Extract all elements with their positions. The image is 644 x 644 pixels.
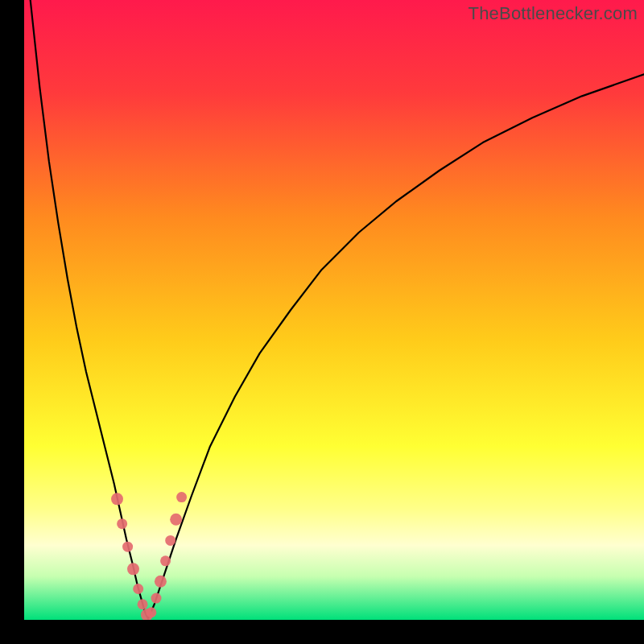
marker-point <box>117 518 127 529</box>
marker-point <box>155 576 167 588</box>
marker-point <box>151 593 162 604</box>
marker-point <box>138 599 148 609</box>
plot-area: TheBottlenecker.com <box>24 0 644 620</box>
marker-point <box>165 535 175 546</box>
marker-point <box>111 493 123 505</box>
marker-point <box>176 492 187 502</box>
marker-point <box>127 563 139 575</box>
marker-point <box>133 584 143 594</box>
gradient-background <box>24 0 644 620</box>
marker-point <box>170 514 182 526</box>
marker-point <box>160 555 171 566</box>
marker-point <box>122 542 133 552</box>
marker-point <box>146 607 156 617</box>
chart-frame: TheBottlenecker.com <box>0 0 644 644</box>
bottleneck-chart <box>24 0 644 620</box>
